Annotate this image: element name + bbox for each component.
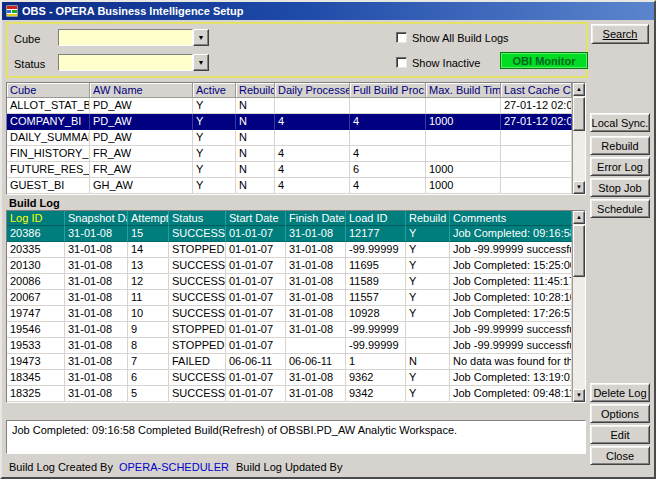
table-cell: Job Completed: 09:16:58 C (450, 226, 572, 242)
column-header: Rebuild (406, 211, 450, 226)
app-icon (6, 5, 18, 17)
table-row[interactable]: 2033531-01-0814STOPPED01-01-0731-01-08-9… (7, 242, 572, 258)
column-header: Log ID (7, 211, 65, 226)
cube-select[interactable] (58, 29, 193, 46)
table-cell: Y (193, 146, 236, 162)
table-cell: 19747 (7, 306, 65, 322)
scroll-up-icon[interactable]: ▲ (573, 83, 585, 96)
delete-log-button[interactable]: Delete Log (590, 383, 650, 402)
table-cell: 9362 (346, 370, 406, 386)
table-cell: Y (406, 370, 450, 386)
table-cell: 9342 (346, 386, 406, 402)
table-row[interactable]: 2038631-01-0815SUCCESS01-01-0731-01-0812… (7, 226, 572, 242)
table-cell (286, 338, 346, 354)
column-header: Max. Build Time (426, 83, 501, 98)
table-cell: Y (406, 242, 450, 258)
table-cell: GH_AW (90, 178, 193, 194)
table-cell: SUCCESS (169, 274, 226, 290)
table-cell: 18325 (7, 386, 65, 402)
table-cell: Job Completed: 17:26:57 C (450, 306, 572, 322)
updated-by-label: Build Log Updated By (236, 461, 342, 473)
error-log-button[interactable]: Error Log (590, 157, 650, 176)
table-cell: 31-01-08 (65, 370, 128, 386)
table-cell: PD_AW (90, 114, 193, 130)
schedule-button[interactable]: Schedule (590, 199, 650, 218)
show-inactive-checkbox[interactable]: Show Inactive (396, 56, 480, 69)
column-header: Snapshot Date (65, 211, 128, 226)
table-cell: Y (193, 162, 236, 178)
rebuild-button[interactable]: Rebuild (590, 136, 650, 155)
table-cell: Y (406, 226, 450, 242)
column-header: Cube (7, 83, 90, 98)
show-all-build-logs-checkbox[interactable]: Show All Build Logs (396, 31, 509, 44)
comment-detail-field[interactable]: Job Completed: 09:16:58 Completed Build(… (6, 420, 586, 454)
table-cell: 1000 (426, 162, 501, 178)
table-row[interactable]: 2006731-01-0811SUCCESS01-01-0731-01-0811… (7, 290, 572, 306)
cube-dropdown-button[interactable]: ▼ (193, 29, 209, 46)
edit-button[interactable]: Edit (590, 425, 650, 444)
scroll-down-icon[interactable]: ▼ (573, 181, 585, 194)
table-row[interactable]: GUEST_BIGH_AWYN441000 (7, 178, 572, 194)
local-sync-button[interactable]: Local Sync. (590, 113, 650, 132)
table-cell: 31-01-08 (286, 242, 346, 258)
table-row[interactable]: 1947331-01-087FAILED06-06-1106-06-111NNo… (7, 354, 572, 370)
created-by-value: OPERA-SCHEDULER (119, 461, 229, 473)
stop-job-button[interactable]: Stop Job (590, 178, 650, 197)
table-row[interactable]: 1832531-01-085SUCCESS01-01-0731-01-08934… (7, 386, 572, 402)
table-row[interactable]: 1974731-01-0810SUCCESS01-01-0731-01-0810… (7, 306, 572, 322)
table-row[interactable]: COMPANY_BIPD_AWYN44100027-01-12 02:05 PM (7, 114, 572, 130)
table-cell: Y (406, 274, 450, 290)
table-cell: 4 (275, 114, 350, 130)
cube-table-scrollbar[interactable]: ▲ ▼ (572, 83, 585, 194)
table-row[interactable]: FUTURE_RES_BIFR_AWYN461000 (7, 162, 572, 178)
table-cell: Y (406, 306, 450, 322)
build-log-scrollbar[interactable]: ▲ ▼ (572, 211, 585, 402)
table-cell: 19533 (7, 338, 65, 354)
table-cell: 4 (275, 178, 350, 194)
column-header: Full Build Proc. (350, 83, 426, 98)
table-cell: 06-06-11 (286, 354, 346, 370)
chevron-down-icon: ▼ (198, 59, 205, 66)
scroll-thumb[interactable] (573, 97, 585, 131)
table-cell (426, 130, 501, 146)
table-row[interactable]: 2013031-01-0813SUCCESS01-01-0731-01-0811… (7, 258, 572, 274)
obi-monitor-button[interactable]: OBI Monitor (500, 52, 588, 69)
options-button[interactable]: Options (590, 404, 650, 423)
close-button[interactable]: Close (590, 446, 650, 465)
status-select[interactable] (58, 54, 193, 71)
scroll-track[interactable] (573, 131, 585, 181)
search-button[interactable]: Search (591, 24, 649, 44)
table-cell: N (236, 98, 275, 114)
status-dropdown-button[interactable]: ▼ (193, 54, 209, 71)
table-cell: 31-01-08 (65, 242, 128, 258)
scroll-thumb[interactable] (573, 225, 585, 277)
table-row[interactable]: 1954631-01-089STOPPED01-01-0731-01-08-99… (7, 322, 572, 338)
table-row[interactable]: 1834531-01-086SUCCESS01-01-0731-01-08936… (7, 370, 572, 386)
table-cell: 01-01-07 (226, 306, 286, 322)
checkbox-icon (396, 32, 407, 43)
scroll-up-icon[interactable]: ▲ (573, 211, 585, 224)
table-row[interactable]: FIN_HISTORY_BIFR_AWYN44 (7, 146, 572, 162)
titlebar[interactable]: OBS - OPERA Business Intelligence Setup (2, 2, 654, 20)
table-cell: 01-01-07 (226, 370, 286, 386)
table-row[interactable]: 2008631-01-0812SUCCESS01-01-0731-01-0811… (7, 274, 572, 290)
table-cell: 31-01-08 (65, 274, 128, 290)
table-cell: 19473 (7, 354, 65, 370)
table-cell: GUEST_BI (7, 178, 90, 194)
table-cell: 1 (346, 354, 406, 370)
table-cell: 20067 (7, 290, 65, 306)
table-cell: N (236, 178, 275, 194)
table-cell: DAILY_SUMMARY_BI (7, 130, 90, 146)
scroll-down-icon[interactable]: ▼ (573, 389, 585, 402)
table-row[interactable]: ALLOT_STAT_BIPD_AWYN27-01-12 02:05 PM (7, 98, 572, 114)
table-row[interactable]: 1953331-01-088STOPPED01-01-07-99.99999Jo… (7, 338, 572, 354)
table-cell: 31-01-08 (65, 322, 128, 338)
column-header: Load ID (346, 211, 406, 226)
table-cell: Job Completed: 09:48:11 C (450, 386, 572, 402)
table-cell: Job -99.99999 successfully (450, 322, 572, 338)
scroll-track[interactable] (573, 277, 585, 389)
table-cell: 31-01-08 (65, 338, 128, 354)
chevron-down-icon: ▼ (198, 34, 205, 41)
table-row[interactable]: DAILY_SUMMARY_BIPD_AWYN (7, 130, 572, 146)
table-cell (275, 98, 350, 114)
